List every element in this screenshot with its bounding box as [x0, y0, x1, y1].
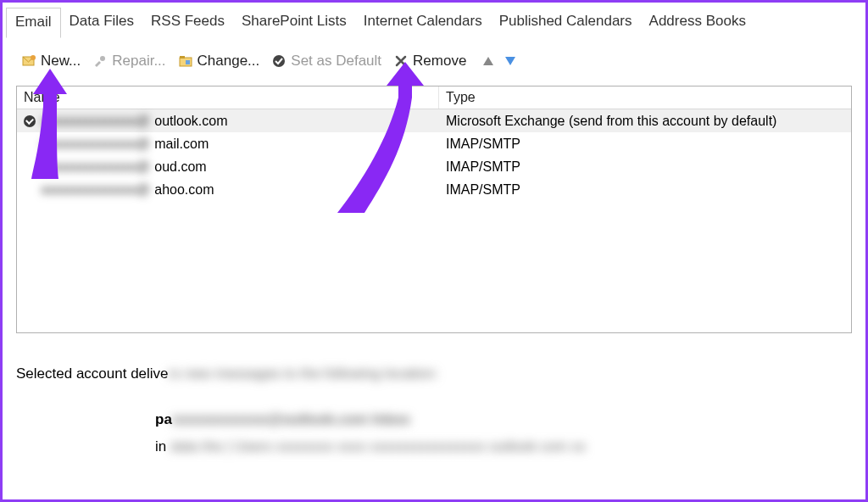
svg-point-6: [273, 55, 285, 67]
column-name[interactable]: Name: [17, 86, 439, 109]
default-account-icon: [24, 115, 36, 127]
table-row[interactable]: xxxxxxxxxxxxxxx@ahoo.com IMAP/SMTP: [17, 178, 851, 201]
svg-rect-4: [180, 56, 185, 59]
set-default-label: Set as Default: [291, 53, 381, 70]
account-name-hidden: xxxxxxxxxxxxxxx@: [41, 137, 149, 152]
move-down-button[interactable]: [502, 54, 519, 68]
list-header: Name Type: [17, 86, 851, 109]
delivery-location-line2-blur: data the | Users xxxxxxxx xxxx xxxxxxxxx…: [170, 438, 586, 455]
arrow-up-icon: [483, 57, 493, 65]
account-name-suffix: outlook.com: [154, 114, 227, 129]
delivery-location-bold-prefix: pa: [155, 411, 172, 427]
account-name-hidden: xxxxxxxxxxxxxxx@: [41, 182, 149, 198]
tab-internet-calendars[interactable]: Internet Calendars: [355, 8, 491, 38]
svg-point-2: [100, 56, 105, 61]
tab-sharepoint-lists[interactable]: SharePoint Lists: [233, 8, 355, 38]
svg-point-1: [31, 55, 36, 60]
account-name-suffix: oud.com: [154, 159, 206, 175]
repair-label: Repair...: [112, 53, 165, 70]
change-button[interactable]: Change...: [175, 50, 264, 72]
repair-icon: [92, 53, 108, 69]
selected-account-info: Selected account delivers new messages t…: [3, 333, 865, 382]
remove-x-icon: [393, 53, 409, 69]
tab-email[interactable]: Email: [6, 8, 61, 38]
account-name-suffix: mail.com: [154, 137, 209, 152]
tab-rss-feeds[interactable]: RSS Feeds: [142, 8, 233, 38]
remove-label: Remove: [413, 53, 466, 70]
change-label: Change...: [198, 53, 260, 70]
account-name-suffix: ahoo.com: [154, 182, 214, 198]
toolbar: New... Repair... Change... Set as Defaul…: [3, 38, 865, 81]
account-name-hidden: xxxxxxxxxxxxxxx@: [41, 159, 149, 175]
accounts-list: Name Type xxxxxxxxxxxxxxx@outlook.com Mi…: [16, 86, 852, 333]
table-row[interactable]: xxxxxxxxxxxxxxx@outlook.com Microsoft Ex…: [17, 109, 851, 132]
account-name-hidden: xxxxxxxxxxxxxxx@: [41, 114, 149, 129]
account-type: IMAP/SMTP: [439, 137, 851, 152]
delivery-location: paxxxxxxxxxxxx@outlook.com Inbox in data…: [3, 382, 865, 461]
selected-info-blur: rs new messages to the following locatio…: [169, 365, 438, 382]
delivery-location-line2-prefix: in: [155, 438, 170, 455]
svg-rect-5: [186, 60, 190, 64]
account-type: Microsoft Exchange (send from this accou…: [439, 114, 851, 129]
repair-button: Repair...: [89, 50, 169, 72]
selected-info-text: Selected account delive: [16, 365, 169, 382]
account-type: IMAP/SMTP: [439, 182, 851, 198]
change-folder-icon: [178, 53, 193, 69]
new-label: New...: [41, 53, 81, 70]
check-circle-icon: [271, 53, 287, 69]
table-row[interactable]: xxxxxxxxxxxxxxx@oud.com IMAP/SMTP: [17, 155, 851, 178]
move-up-button: [480, 54, 497, 68]
arrow-down-icon: [505, 57, 515, 65]
set-default-button: Set as Default: [268, 50, 385, 72]
remove-button[interactable]: Remove: [390, 50, 470, 72]
tabs-bar: Email Data Files RSS Feeds SharePoint Li…: [3, 3, 865, 38]
tab-address-books[interactable]: Address Books: [641, 8, 754, 38]
column-type[interactable]: Type: [439, 86, 851, 109]
delivery-location-bold-blur: xxxxxxxxxxxx@outlook.com Inbox: [172, 411, 410, 427]
tab-data-files[interactable]: Data Files: [61, 8, 143, 38]
new-button[interactable]: New...: [18, 50, 84, 72]
new-mail-icon: [21, 53, 36, 69]
table-row[interactable]: xxxxxxxxxxxxxxx@mail.com IMAP/SMTP: [17, 132, 851, 155]
tab-published-calendars[interactable]: Published Calendars: [491, 8, 641, 38]
account-type: IMAP/SMTP: [439, 159, 851, 175]
